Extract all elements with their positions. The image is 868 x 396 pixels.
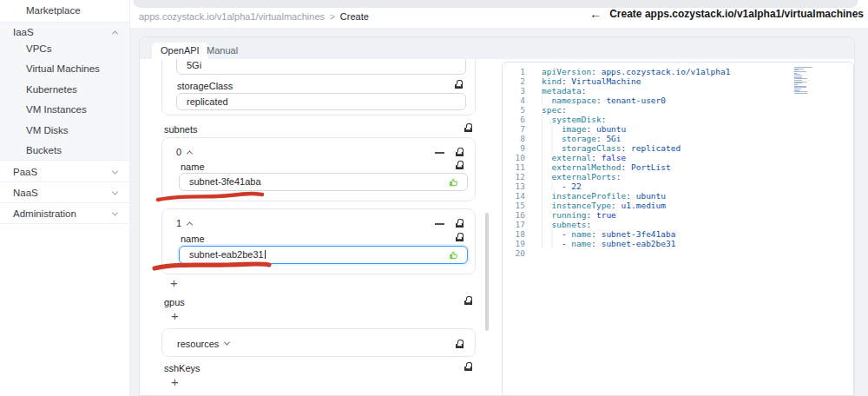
- resources-fieldset: resources: [161, 328, 476, 357]
- minimap[interactable]: [794, 67, 839, 96]
- sidebar-item-virtual-machines[interactable]: Virtual Machines: [26, 60, 100, 77]
- text-cursor: [265, 250, 266, 259]
- sidebar-item-buckets[interactable]: Buckets: [26, 142, 62, 159]
- subnet-1-name-value: subnet-eab2be31: [189, 249, 264, 260]
- chevron-down-icon: [112, 168, 118, 174]
- sidebar-item-vpcs[interactable]: VPCs: [26, 40, 51, 57]
- name-label: name: [181, 162, 205, 172]
- divider: [0, 160, 129, 161]
- ssh-keys-label: sshKeys: [164, 363, 201, 373]
- breadcrumb-separator: >: [330, 12, 335, 22]
- lock-icon[interactable]: [456, 161, 464, 169]
- top-bar: apps.cozystack.io/v1alpha1/virtualmachin…: [130, 0, 868, 28]
- sidebar-item-marketplace[interactable]: Marketplace: [26, 2, 81, 19]
- chevron-down-icon: [224, 340, 230, 346]
- content-background: OpenAPI Manual 5Gi storageClass replicat…: [130, 28, 868, 396]
- thumbs-up-icon: [449, 250, 459, 261]
- lock-icon[interactable]: [456, 340, 464, 348]
- thumbs-up-icon: [449, 177, 459, 188]
- add-gpu-button[interactable]: +: [171, 309, 179, 323]
- system-disk-fieldset: 5Gi storageClass replicated: [161, 59, 476, 116]
- chevron-up-icon: [112, 30, 118, 36]
- add-ssh-key-button[interactable]: +: [171, 375, 179, 389]
- resources-expander[interactable]: resources: [177, 329, 229, 358]
- divider: [0, 22, 129, 23]
- name-label: name: [181, 234, 205, 244]
- storage-class-value: replicated: [187, 96, 228, 107]
- lock-icon[interactable]: [464, 362, 472, 371]
- sidebar-group-paas[interactable]: PaaS: [0, 163, 129, 181]
- storage-class-input[interactable]: replicated: [176, 93, 466, 110]
- back-arrow-icon[interactable]: ←: [589, 8, 602, 20]
- chevron-down-icon: [112, 188, 118, 195]
- page-title: Create apps.cozystack.io/v1alpha1/virtua…: [609, 8, 864, 20]
- chevron-up-icon: [187, 221, 193, 228]
- tab-strip: OpenAPI Manual: [140, 37, 854, 59]
- subnet-item-1-header[interactable]: 1: [176, 217, 192, 229]
- subnets-label: subnets: [164, 124, 198, 135]
- item-index: 1: [176, 218, 181, 228]
- sidebar-group-label: NaaS: [13, 188, 38, 198]
- sidebar-group-iaas[interactable]: IaaS: [0, 23, 129, 41]
- sidebar: Marketplace IaaS VPCs Virtual Machines K…: [0, 0, 130, 396]
- sidebar-group-administration[interactable]: Administration: [0, 205, 129, 222]
- lock-icon[interactable]: [455, 80, 463, 89]
- chevron-up-icon: [187, 150, 193, 156]
- sidebar-item-kubernetes[interactable]: Kubernetes: [26, 81, 77, 98]
- sidebar-group-label: Administration: [13, 208, 76, 219]
- yaml-editor[interactable]: 1apiVersion: apps.cozystack.io/v1alpha12…: [502, 62, 854, 396]
- sidebar-group-label: IaaS: [13, 27, 34, 37]
- storage-class-label: storageClass: [177, 81, 233, 91]
- divider: [0, 182, 129, 182]
- form-scroll-area: 5Gi storageClass replicated subnets 0: [140, 59, 484, 396]
- subnet-item-0-header[interactable]: 0: [176, 146, 192, 158]
- add-subnet-button[interactable]: +: [170, 276, 178, 290]
- item-index: 0: [176, 147, 181, 157]
- subnet-item-1: 1 name subnet-eab2be31: [161, 208, 476, 274]
- lock-icon[interactable]: [464, 296, 472, 305]
- app-window: Marketplace IaaS VPCs Virtual Machines K…: [0, 0, 868, 396]
- subnet-0-name-value: subnet-3fe41aba: [189, 176, 261, 187]
- chevron-down-icon: [112, 209, 118, 215]
- tab-manual[interactable]: Manual: [198, 43, 247, 59]
- remove-item-button[interactable]: [435, 223, 444, 225]
- form-scrollbar-thumb[interactable]: [485, 213, 489, 331]
- sidebar-group-naas[interactable]: NaaS: [0, 184, 129, 201]
- subnet-0-name-input[interactable]: subnet-3fe41aba: [179, 173, 468, 191]
- storage-value: 5Gi: [187, 60, 201, 70]
- storage-input[interactable]: 5Gi: [176, 59, 466, 75]
- breadcrumb-current: Create: [340, 11, 369, 22]
- lock-icon[interactable]: [456, 233, 464, 241]
- breadcrumb: apps.cozystack.io/v1alpha1/virtualmachin…: [139, 11, 369, 22]
- create-form-card: OpenAPI Manual 5Gi storageClass replicat…: [139, 36, 855, 396]
- lock-icon[interactable]: [456, 219, 464, 228]
- lock-icon[interactable]: [464, 123, 472, 132]
- page-header: ← Create apps.cozystack.io/v1alpha1/virt…: [589, 8, 864, 20]
- subnet-item-0: 0 name subnet-3fe41aba: [161, 137, 476, 201]
- sidebar-item-vm-instances[interactable]: VM Instances: [26, 101, 87, 118]
- remove-item-button[interactable]: [435, 152, 444, 154]
- sidebar-group-label: PaaS: [13, 167, 37, 177]
- divider: [0, 223, 129, 224]
- lock-icon[interactable]: [456, 148, 464, 156]
- sidebar-item-vm-disks[interactable]: VM Disks: [26, 122, 69, 139]
- divider: [0, 202, 129, 203]
- subnet-1-name-input[interactable]: subnet-eab2be31: [179, 246, 468, 264]
- resources-label: resources: [177, 339, 219, 349]
- scrolled-panel-remnant: [133, 0, 858, 8]
- gpus-label: gpus: [164, 297, 185, 307]
- breadcrumb-path[interactable]: apps.cozystack.io/v1alpha1/virtualmachin…: [139, 11, 325, 22]
